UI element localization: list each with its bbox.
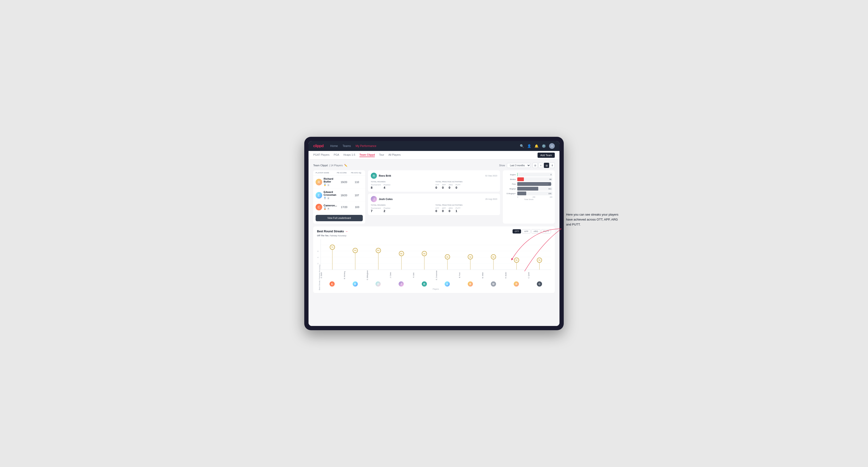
app-label: APP: [442, 207, 446, 209]
streak-chart-bars: 2 4 6 7x6x6x5x5x4x4x4x3x3x: [320, 239, 551, 270]
view-icons: ⊞ ≡ ▤ ⬇: [533, 163, 555, 168]
nav-home[interactable]: Home: [330, 144, 338, 148]
bar-track: 499: [517, 182, 552, 186]
bar-value: 311: [549, 188, 552, 190]
practice-label: Practice: [383, 184, 390, 186]
mini-avatar: B: [352, 281, 358, 286]
player-badge: 🥉 3: [323, 207, 337, 210]
bar-row: Pars 499: [505, 182, 552, 186]
tournament-label: Tournament: [371, 184, 381, 186]
badge-num: 1: [327, 183, 330, 187]
sub-nav-links: PGAT Players PGA Hcaps 1-5 Team Clippd T…: [313, 153, 537, 157]
arrow-indicator-icon: ←: [345, 229, 349, 233]
card-stats: Total Rounds Tournament 7 Practice 2: [371, 204, 497, 213]
leaderboard-header: PLAYER NAME PB SCORE PB AVG SQ: [313, 170, 365, 176]
bar-track: 96: [517, 177, 552, 181]
settings-icon[interactable]: ⚙️: [542, 144, 546, 148]
pb-score: 19/20: [337, 181, 351, 184]
tournament-value: 7: [371, 209, 381, 213]
player-name: Cameron...: [323, 204, 337, 207]
subnav-pgat[interactable]: PGAT Players: [313, 153, 330, 157]
ott-label: OTT: [435, 207, 439, 209]
player-name-rotated: D. Billingham: [367, 270, 390, 280]
subnav-all-players[interactable]: All Players: [389, 153, 401, 157]
mini-avatar: J: [399, 281, 404, 286]
table-row[interactable]: C Cameron... 🥉 3 17/20 103: [313, 202, 365, 213]
bar-row: Eagles 3: [505, 173, 552, 177]
bar-fill: [517, 187, 538, 191]
badge-num: 3: [327, 207, 330, 210]
table-row[interactable]: R Richard Butler 🥇 1 19/20 110: [313, 176, 365, 189]
streak-names-row: E. EbertB. McHergD. BillinghamJ. ColesR.…: [320, 270, 551, 280]
activities-stat-row: OTT 0 APP 0 ARG 0: [435, 207, 497, 213]
bar-track: 3: [517, 173, 552, 177]
filter-btn[interactable]: ⬇: [550, 163, 555, 168]
avatar: R: [371, 173, 377, 179]
streaks-section: Best Round Streaks ← OTT APP ARG PUTT Of…: [313, 226, 555, 293]
notification-icon[interactable]: 🔔: [534, 144, 538, 148]
filter-putt[interactable]: PUTT: [541, 229, 551, 234]
player-card-josh: J Josh Coles 26 Aug 2023 Total Rounds: [368, 194, 500, 215]
subnav-hcaps[interactable]: Hcaps 1-5: [343, 153, 355, 157]
player-info: E Edward Crossman 🥈 2: [316, 191, 337, 200]
avatar: J: [371, 196, 377, 202]
grid-view-btn[interactable]: ⊞: [533, 163, 538, 168]
nav-my-performance[interactable]: My Performance: [355, 144, 376, 148]
streak-bubble: 5x: [399, 251, 404, 256]
bar-label: Bogeys: [505, 188, 516, 190]
tournament-value: 8: [371, 186, 381, 189]
player-info: R Richard Butler 🥇 1: [316, 177, 337, 187]
list-view-btn[interactable]: ≡: [538, 163, 544, 168]
rounds-stat-row: Tournament 7 Practice 2: [371, 207, 433, 213]
player-name-rotated: E. Crossman: [436, 270, 459, 280]
subnav-pga[interactable]: PGA: [334, 153, 339, 157]
chart-x-axis: 0 200 400: [505, 196, 552, 198]
avatar: R: [316, 179, 322, 185]
bar-label: Birdies: [505, 178, 516, 181]
team-name: Team Clippd: [313, 164, 328, 167]
avatar[interactable]: U: [549, 143, 555, 149]
nav-teams[interactable]: Teams: [342, 144, 351, 148]
subtitle-light: Fairway Accuracy: [330, 235, 346, 237]
team-title: Team Clippd | 14 Players ✏️: [313, 164, 347, 167]
show-controls: Show Last 3 months ⊞ ≡ ▤ ⬇: [499, 163, 555, 168]
streaks-header: Best Round Streaks ← OTT APP ARG PUTT: [317, 229, 551, 234]
mini-avatar: M: [491, 281, 496, 286]
edit-icon[interactable]: ✏️: [344, 164, 347, 167]
app-value: 0: [442, 186, 446, 189]
practice-activities-label: Total Practice Activities: [435, 181, 497, 183]
add-team-button[interactable]: Add Team: [537, 153, 555, 158]
filter-ott[interactable]: OTT: [513, 229, 521, 234]
card-player-name: Josh Coles: [379, 198, 393, 200]
nav-links: Home Teams My Performance: [330, 144, 520, 148]
bar-track: 131: [517, 191, 552, 195]
card-player-info: R Rees Britt: [371, 173, 391, 179]
user-icon[interactable]: 👤: [527, 144, 531, 148]
player-name: Richard Butler: [323, 177, 337, 183]
table-row[interactable]: E Edward Crossman 🥈 2 18/20 107: [313, 189, 365, 202]
pb-score: 17/20: [337, 206, 351, 209]
bar-row: Birdies 96: [505, 177, 552, 181]
streak-bubble: 6x: [376, 248, 381, 253]
player-info: C Cameron... 🥉 3: [316, 204, 337, 210]
filter-app[interactable]: APP: [522, 229, 530, 234]
total-rounds-label: Total Rounds: [371, 181, 433, 183]
chart-x-axis-label: Total Shots: [505, 198, 552, 200]
player-name-rotated: R. Britt: [413, 270, 436, 280]
putt-label: PUTT: [456, 207, 460, 209]
card-view-btn[interactable]: ▤: [544, 163, 549, 168]
card-date: 02 Sep 2023: [485, 175, 497, 177]
filter-arg[interactable]: ARG: [531, 229, 540, 234]
subnav-team-clippd[interactable]: Team Clippd: [360, 153, 375, 157]
badge-num: 2: [327, 196, 330, 200]
card-player-name: Rees Britt: [379, 174, 391, 177]
subnav-tour[interactable]: Tour: [379, 153, 384, 157]
bar-value: 131: [549, 192, 552, 195]
period-select[interactable]: Last 3 months: [507, 163, 531, 168]
arg-label: ARG: [448, 184, 453, 186]
view-full-leaderboard-button[interactable]: View Full Leaderboard: [316, 215, 363, 221]
tournament-label: Tournament: [371, 207, 381, 209]
mini-avatar: E: [330, 281, 335, 286]
medal-icon: 🥉: [323, 208, 326, 210]
search-icon[interactable]: 🔍: [520, 144, 524, 148]
